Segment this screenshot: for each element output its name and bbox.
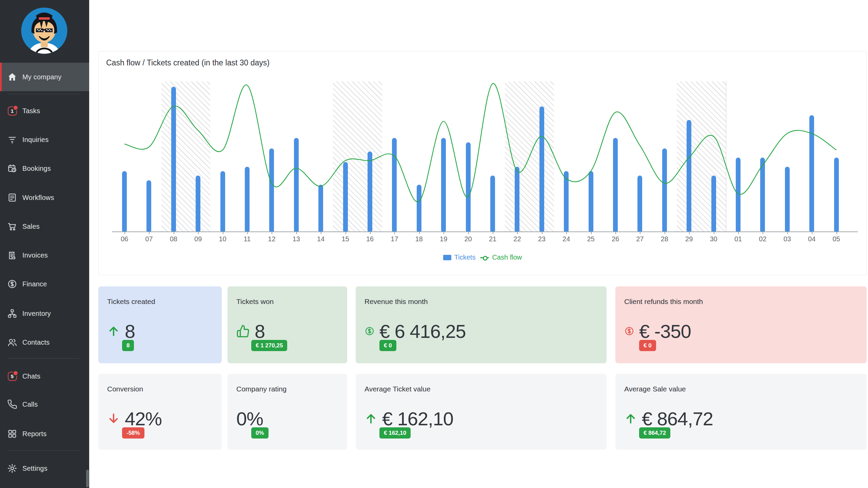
chats-notification-dot-icon <box>13 370 18 376</box>
sidebar-item-label: Inventory <box>22 310 51 318</box>
tickets-bar-01 <box>736 158 741 231</box>
sidebar-item-label: Finance <box>22 280 47 288</box>
x-axis-label: 11 <box>237 235 257 243</box>
cashflow-line-marker-icon <box>480 255 489 260</box>
sidebar: My company1TasksInquiriesBookingsWorkflo… <box>0 0 89 488</box>
tickets-bar-15 <box>343 162 348 231</box>
tickets-bar-22 <box>515 167 519 231</box>
stat-card-badge: € 0 <box>379 340 396 351</box>
dollar-circle-icon <box>624 326 634 336</box>
cart-icon <box>7 221 17 231</box>
x-axis-label: 27 <box>630 235 650 243</box>
org-chart-icon <box>7 308 17 319</box>
x-axis-label: 25 <box>581 235 601 243</box>
x-axis-label: 08 <box>163 235 184 243</box>
sidebar-item-label: Tasks <box>22 107 40 115</box>
legend-item-cashflow[interactable]: Cash flow <box>480 253 522 261</box>
stat-card-tickets-won: Tickets won8€ 1 270,25 <box>228 286 347 363</box>
app-root: My company1TasksInquiriesBookingsWorkflo… <box>0 0 868 488</box>
sidebar-item-calls[interactable]: Calls <box>0 390 89 419</box>
sidebar-item-label: Sales <box>22 223 40 230</box>
chart-title: Cash flow / Tickets created (in the last… <box>106 58 270 67</box>
x-axis-label: 05 <box>826 235 847 243</box>
tickets-bar-07 <box>146 180 151 231</box>
x-axis-label: 03 <box>777 235 797 243</box>
sidebar-scrollbar-thumb[interactable] <box>86 470 89 487</box>
sidebar-item-reports[interactable]: Reports <box>0 420 89 448</box>
tickets-bar-02 <box>760 158 765 231</box>
tickets-bar-26 <box>613 138 618 231</box>
tickets-bar-08 <box>171 87 176 231</box>
stat-card-title: Tickets won <box>236 298 274 306</box>
stat-card-badge: € 864,72 <box>639 427 670 439</box>
legend-item-tickets[interactable]: Tickets <box>443 253 476 261</box>
tickets-bar-17 <box>392 138 397 231</box>
sidebar-item-bookings[interactable]: Bookings <box>0 154 89 183</box>
sidebar-item-finance[interactable]: Finance <box>0 270 89 298</box>
x-axis-label: 23 <box>532 235 552 243</box>
sidebar-divider <box>7 358 80 359</box>
stat-card-value: 42% <box>125 408 162 430</box>
tickets-bar-09 <box>196 176 200 231</box>
sidebar-item-inquiries[interactable]: Inquiries <box>0 125 89 154</box>
funnel-icon <box>7 135 17 145</box>
sidebar-item-label: Workflows <box>22 194 54 202</box>
legend-tickets-label: Tickets <box>454 253 476 261</box>
tickets-bar-04 <box>809 115 814 231</box>
tickets-bar-23 <box>539 106 544 231</box>
sidebar-item-inventory[interactable]: Inventory <box>0 299 89 328</box>
stat-card-average-ticket-value: Average Ticket value€ 162,10€ 162,10 <box>356 374 607 450</box>
chats-unread-count: 5 <box>8 372 17 381</box>
stat-card-title: Average Ticket value <box>364 385 431 393</box>
month-divider-line <box>726 81 726 231</box>
tickets-bar-05 <box>834 158 839 231</box>
tickets-bar-24 <box>564 171 569 231</box>
sidebar-item-tasks[interactable]: 1Tasks <box>0 97 89 125</box>
stat-card-title: Client refunds this month <box>624 298 703 306</box>
sidebar-item-settings[interactable]: Settings <box>0 454 89 483</box>
stat-card-client-refunds-this-month: Client refunds this month€ -350€ 0 <box>615 286 867 363</box>
sidebar-item-workflows[interactable]: Workflows <box>0 183 89 212</box>
stat-card-value: 8 <box>125 320 135 342</box>
home-icon <box>7 72 17 82</box>
tickets-bar-30 <box>711 176 716 231</box>
sidebar-item-contacts[interactable]: Contacts <box>0 328 89 357</box>
sidebar-item-label: Chats <box>22 372 40 380</box>
x-axis-label: 19 <box>433 235 454 243</box>
sidebar-item-sales[interactable]: Sales <box>0 212 89 241</box>
x-axis-label: 30 <box>704 235 724 243</box>
sidebar-item-label: My company <box>22 73 61 81</box>
tickets-bar-18 <box>417 185 421 231</box>
sidebar-item-label: Invoices <box>22 251 48 259</box>
gear-icon <box>7 463 17 473</box>
stat-card-badge: € 0 <box>639 340 656 351</box>
tickets-bar-12 <box>269 148 274 231</box>
x-axis-label: 09 <box>188 235 208 243</box>
sidebar-item-chats[interactable]: 5Chats <box>0 362 89 390</box>
arrow-down-icon <box>107 412 120 425</box>
x-axis-label: 15 <box>335 235 356 243</box>
sidebar-divider <box>7 94 80 94</box>
x-axis-label: 13 <box>286 235 307 243</box>
tasks-unread-count: 1 <box>8 106 17 116</box>
sidebar-item-label: Calls <box>22 401 38 408</box>
dollar-circle-icon <box>364 326 375 336</box>
x-axis-label: 18 <box>409 235 429 243</box>
sidebar-item-my-company[interactable]: My company <box>0 63 89 91</box>
tasks-notification-dot-icon <box>13 105 18 110</box>
sidebar-item-invoices[interactable]: Invoices <box>0 241 89 269</box>
x-axis-label: 22 <box>507 235 527 243</box>
x-axis-label: 24 <box>556 235 576 243</box>
stat-card-title: Company rating <box>236 385 287 393</box>
chart-legend: Tickets Cash flow <box>98 253 867 261</box>
calendar-clock-icon <box>7 163 17 174</box>
chats-count-badge-icon: 5 <box>7 371 17 381</box>
stat-card-title: Average Sale value <box>624 385 686 393</box>
sidebar-item-label: Inquiries <box>22 136 48 144</box>
arrow-up-icon <box>364 412 377 425</box>
stat-card-average-sale-value: Average Sale value€ 864,72€ 864,72 <box>615 374 867 450</box>
document-icon <box>7 192 17 203</box>
stat-card-value: 0% <box>236 408 263 430</box>
avatar[interactable] <box>21 7 67 54</box>
stat-card-title: Revenue this month <box>364 298 428 306</box>
